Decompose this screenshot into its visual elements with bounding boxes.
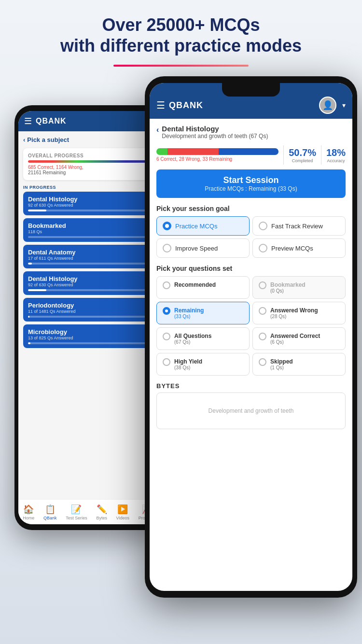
q-labels-2: Remaining (33 Qs) — [174, 307, 204, 319]
subject-bar-inner-5 — [28, 342, 30, 344]
subject-card-0[interactable]: Dental Histology 92 of 630 Qs Answered — [23, 192, 155, 215]
progress-section: 6 Correct, 28 Wrong, 33 Remaining 50.7% … — [156, 145, 346, 165]
radio-0 — [163, 222, 171, 230]
nav-label-2: Test Series — [66, 516, 87, 520]
left-phone-screen: ☰ QBANK ‹ Pick a subject OVERALL PROGRES… — [18, 111, 160, 524]
subject-name-5: Microbiology — [28, 328, 151, 336]
nav-icon-4: ▶️ — [117, 504, 128, 515]
right-back-icon: ‹ — [156, 126, 159, 134]
session-goal-option-0[interactable]: Practice MCQs — [156, 216, 250, 236]
subject-name-1: Bookmarked — [28, 222, 151, 229]
subject-name-3: Dental Histology — [28, 275, 151, 282]
session-goal-label-0: Practice MCQs — [175, 223, 217, 230]
subject-name-2: Dental Anatomy — [28, 249, 151, 256]
subject-card-3[interactable]: Dental Histology 92 of 630 Qs Answered — [23, 271, 155, 295]
q-labels-4: All Questions (67 Qs) — [174, 333, 211, 345]
session-goal-label-2: Improve Speed — [175, 245, 218, 252]
accuracy-label: Accuracy — [326, 158, 346, 163]
q-labels-7: Skipped (1 Qs) — [270, 358, 293, 370]
session-goal-label-3: Preview MCQs — [271, 245, 313, 252]
start-session-button[interactable]: Start Session Practice MCQs : Remaining … — [156, 169, 346, 198]
left-phone: ☰ QBANK ‹ Pick a subject OVERALL PROGRES… — [14, 105, 164, 530]
questions-set-option-1[interactable]: Bookmarked (0 Qs) — [252, 276, 346, 299]
left-back-label: Pick a subject — [27, 136, 69, 143]
overall-progress-stats: 685 Correct, 1164 Wrong, 21161 Remaining — [28, 165, 151, 175]
q-labels-5: Answered Correct (6 Qs) — [270, 333, 320, 345]
questions-set-label: Pick your questions set — [156, 265, 346, 272]
accuracy-stat: 18% Accuracy — [326, 147, 346, 163]
subject-card-1[interactable]: Bookmarked 118 Qs — [23, 218, 155, 242]
nav-item-videos[interactable]: ▶️ Videos — [116, 504, 129, 520]
bytes-label: BYTES — [156, 382, 346, 390]
q-sub-2: (33 Qs) — [174, 314, 204, 319]
q-radio-2 — [163, 307, 170, 315]
nav-label-1: QBank — [43, 516, 57, 520]
left-content: ‹ Pick a subject OVERALL PROGRESS 685 Co… — [18, 131, 160, 356]
overall-progress-box: OVERALL PROGRESS 685 Correct, 1164 Wrong… — [23, 148, 155, 180]
subject-bar-1 — [28, 236, 151, 238]
questions-set-option-0[interactable]: Recommended — [156, 276, 250, 299]
completed-value: 50.7% — [289, 147, 316, 158]
q-sub-1: (0 Qs) — [270, 288, 306, 294]
questions-set-option-5[interactable]: Answered Correct (6 Qs) — [252, 327, 346, 350]
q-radio-0 — [163, 281, 170, 289]
session-goal-option-1[interactable]: Fast Track Review — [252, 216, 346, 236]
overall-progress-label: OVERALL PROGRESS — [28, 153, 151, 158]
subject-bar-4 — [28, 316, 151, 318]
questions-set-option-2[interactable]: Remaining (33 Qs) — [156, 302, 250, 324]
questions-set-option-4[interactable]: All Questions (67 Qs) — [156, 327, 250, 350]
subject-card-4[interactable]: Periodontology 11 of 1481 Qs Answered — [23, 298, 155, 322]
subject-sub-0: 92 of 630 Qs Answered — [28, 203, 151, 208]
session-goal-option-2[interactable]: Improve Speed — [156, 238, 250, 258]
questions-set-option-7[interactable]: Skipped (1 Qs) — [252, 353, 346, 376]
q-option-row-5: Answered Correct (6 Qs) — [259, 333, 339, 345]
subject-name-0: Dental Histology — [28, 196, 151, 203]
hamburger-icon[interactable]: ☰ — [24, 116, 32, 126]
session-goal-label: Pick your session goal — [156, 205, 346, 212]
subject-bar-inner-3 — [28, 289, 46, 291]
header-line2: with different practice modes — [60, 36, 302, 56]
left-back-row[interactable]: ‹ Pick a subject — [23, 136, 155, 143]
q-radio-7 — [259, 358, 266, 366]
left-navbar-title: QBANK — [36, 117, 67, 126]
nav-item-test-series[interactable]: 📝 Test Series — [66, 504, 87, 520]
session-goal-options: Practice MCQs Fast Track Review Improve … — [156, 216, 346, 258]
accuracy-value: 18% — [326, 147, 346, 158]
q-label-1: Bookmarked — [270, 281, 306, 288]
nav-label-3: Bytes — [96, 516, 107, 520]
radio-2 — [163, 244, 171, 252]
bytes-box: Development and growth of teeth — [156, 392, 346, 429]
right-navbar-title: QBANK — [169, 100, 315, 111]
q-label-4: All Questions — [174, 333, 211, 339]
radio-1 — [259, 222, 267, 230]
q-label-6: High Yield — [174, 358, 202, 365]
stat-divider-1 — [283, 145, 284, 165]
nav-icon-3: ✏️ — [97, 504, 107, 515]
questions-set-option-3[interactable]: Answered Wrong (28 Qs) — [252, 302, 346, 324]
completed-stat: 50.7% Completed — [289, 147, 316, 163]
right-back-row[interactable]: ‹ Dental Histology Development and growt… — [156, 125, 346, 140]
subject-card-2[interactable]: Dental Anatomy 17 of 611 Qs Answered — [23, 245, 155, 268]
q-radio-6 — [163, 358, 170, 366]
subject-bar-inner-2 — [28, 263, 32, 265]
q-label-0: Recommended — [174, 281, 216, 288]
nav-item-home[interactable]: 🏠 Home — [23, 504, 34, 520]
q-labels-1: Bookmarked (0 Qs) — [270, 281, 306, 294]
right-back-texts: Dental Histology Development and growth … — [162, 125, 268, 140]
nav-item-bytes[interactable]: ✏️ Bytes — [96, 504, 107, 520]
session-goal-option-3[interactable]: Preview MCQs — [252, 238, 346, 258]
nav-label-0: Home — [23, 516, 34, 520]
right-content: ‹ Dental Histology Development and growt… — [150, 119, 352, 591]
left-back-icon: ‹ — [23, 136, 25, 143]
dropdown-icon[interactable]: ▾ — [342, 101, 346, 109]
notch — [222, 83, 280, 97]
nav-icon-0: 🏠 — [23, 504, 34, 515]
questions-set-option-6[interactable]: High Yield (38 Qs) — [156, 353, 250, 376]
overall-progress-bar — [28, 160, 151, 163]
nav-item-qbank[interactable]: 📋 QBank — [43, 504, 57, 520]
subject-bar-5 — [28, 342, 151, 344]
subject-card-5[interactable]: Microbiology 13 of 825 Qs Answered — [23, 324, 155, 348]
right-hamburger-icon[interactable]: ☰ — [156, 99, 165, 111]
q-radio-5 — [259, 333, 266, 340]
q-option-row-0: Recommended — [163, 281, 243, 289]
